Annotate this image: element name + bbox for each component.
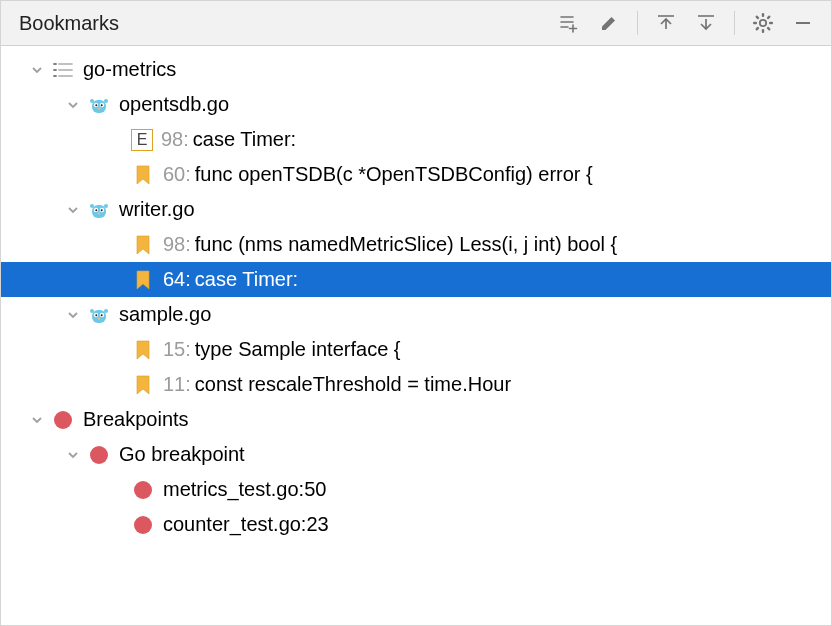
bookmark-icon [131, 233, 155, 257]
svg-rect-39 [92, 310, 106, 323]
line-number: 98: [161, 128, 189, 151]
file-name: sample.go [119, 303, 211, 326]
bookmark-item[interactable]: 98: func (nms namedMetricSlice) Less(i, … [1, 227, 831, 262]
breakpoint-icon [87, 443, 111, 467]
chevron-down-icon[interactable] [63, 200, 83, 220]
tree-file-node[interactable]: sample.go [1, 297, 831, 332]
bookmark-text: case Timer: [193, 128, 296, 151]
svg-point-41 [104, 309, 108, 313]
chevron-down-icon[interactable] [27, 410, 47, 430]
group-label: go-metrics [83, 58, 176, 81]
svg-point-45 [101, 314, 103, 316]
svg-point-44 [95, 314, 97, 316]
svg-rect-15 [766, 26, 771, 31]
bookmarks-tool-window: Bookmarks [0, 0, 832, 626]
svg-rect-14 [755, 15, 760, 20]
gear-icon [752, 12, 774, 34]
edit-button[interactable] [593, 7, 625, 39]
svg-point-25 [104, 99, 108, 103]
line-number: 64: [163, 268, 191, 291]
bookmark-text: const rescaleThreshold = time.Hour [195, 373, 511, 396]
breakpoint-icon [51, 408, 75, 432]
breakpoint-item[interactable]: metrics_test.go:50 [1, 472, 831, 507]
bookmark-item[interactable]: E 98: case Timer: [1, 122, 831, 157]
go-file-icon [87, 93, 111, 117]
move-down-icon [695, 12, 717, 34]
bookmark-icon [131, 338, 155, 362]
tree-file-node[interactable]: opentsdb.go [1, 87, 831, 122]
svg-point-33 [104, 204, 108, 208]
bookmark-icon [131, 373, 155, 397]
svg-rect-8 [762, 13, 764, 17]
pencil-icon [599, 13, 619, 33]
bookmark-item[interactable]: 60: func openTSDB(c *OpenTSDBConfig) err… [1, 157, 831, 192]
chevron-down-icon[interactable] [63, 445, 83, 465]
breakpoint-text: metrics_test.go:50 [163, 478, 326, 501]
breakpoint-text: counter_test.go:23 [163, 513, 329, 536]
mnemonic-icon: E [131, 129, 153, 151]
svg-rect-9 [762, 29, 764, 33]
toolbar-separator [637, 11, 638, 35]
chevron-down-icon[interactable] [63, 95, 83, 115]
line-number: 11: [163, 373, 191, 396]
bookmark-icon [131, 163, 155, 187]
bookmark-text: case Timer: [195, 268, 298, 291]
svg-point-32 [90, 204, 94, 208]
line-number: 15: [163, 338, 191, 361]
move-up-icon [655, 12, 677, 34]
svg-point-36 [95, 209, 97, 211]
panel-header: Bookmarks [1, 1, 831, 46]
bookmark-icon [131, 268, 155, 292]
toolbar-separator [734, 11, 735, 35]
add-list-button[interactable] [553, 7, 585, 39]
svg-rect-11 [769, 22, 773, 24]
line-number: 60: [163, 163, 191, 186]
file-name: opentsdb.go [119, 93, 229, 116]
go-file-icon [87, 303, 111, 327]
chevron-down-icon[interactable] [63, 305, 83, 325]
svg-rect-12 [766, 15, 771, 20]
svg-point-7 [760, 20, 766, 26]
bookmarks-tree[interactable]: go-metrics opentsdb.go E 98: [1, 46, 831, 625]
svg-rect-10 [753, 22, 757, 24]
settings-button[interactable] [747, 7, 779, 39]
tree-group-root[interactable]: go-metrics [1, 52, 831, 87]
go-file-icon [87, 198, 111, 222]
tree-file-node[interactable]: writer.go [1, 192, 831, 227]
bookmark-text: func openTSDB(c *OpenTSDBConfig) error { [195, 163, 593, 186]
breakpoint-icon [131, 478, 155, 502]
svg-rect-23 [92, 100, 106, 113]
line-number: 98: [163, 233, 191, 256]
breakpoint-item[interactable]: counter_test.go:23 [1, 507, 831, 542]
svg-point-40 [90, 309, 94, 313]
svg-point-30 [98, 107, 101, 109]
add-list-icon [558, 12, 580, 34]
svg-rect-13 [755, 26, 760, 31]
bookmark-item[interactable]: 11: const rescaleThreshold = time.Hour [1, 367, 831, 402]
tree-breakpoint-group[interactable]: Go breakpoint [1, 437, 831, 472]
move-down-button[interactable] [690, 7, 722, 39]
tree-breakpoints-root[interactable]: Breakpoints [1, 402, 831, 437]
breakpoint-icon [131, 513, 155, 537]
svg-point-38 [98, 212, 101, 214]
svg-rect-31 [92, 205, 106, 218]
bookmark-item[interactable]: 15: type Sample interface { [1, 332, 831, 367]
list-icon [51, 58, 75, 82]
svg-point-28 [95, 104, 97, 106]
file-name: writer.go [119, 198, 195, 221]
hide-button[interactable] [787, 7, 819, 39]
breakpoint-group-label: Go breakpoint [119, 443, 245, 466]
svg-point-24 [90, 99, 94, 103]
minimize-icon [793, 13, 813, 33]
bookmark-text: func (nms namedMetricSlice) Less(i, j in… [195, 233, 617, 256]
bookmark-item-selected[interactable]: 64: case Timer: [1, 262, 831, 297]
move-up-button[interactable] [650, 7, 682, 39]
panel-title: Bookmarks [19, 12, 119, 35]
svg-point-46 [98, 317, 101, 319]
svg-point-37 [101, 209, 103, 211]
svg-point-29 [101, 104, 103, 106]
breakpoints-label: Breakpoints [83, 408, 189, 431]
chevron-down-icon[interactable] [27, 60, 47, 80]
bookmark-text: type Sample interface { [195, 338, 401, 361]
